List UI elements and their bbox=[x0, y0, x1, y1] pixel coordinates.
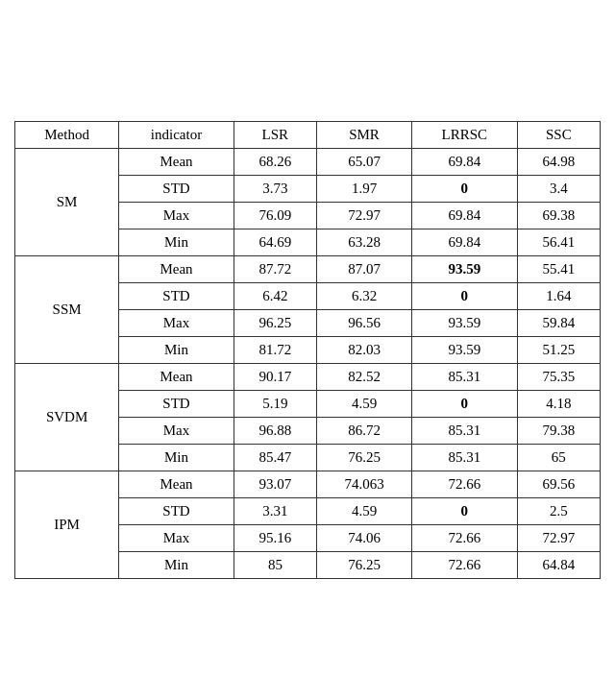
cell-lrrsc: 85.31 bbox=[412, 418, 518, 445]
cell-ssc: 64.98 bbox=[517, 149, 600, 176]
indicator-cell: Max bbox=[119, 525, 234, 552]
col-header-smr: SMR bbox=[317, 122, 412, 149]
cell-ssc: 79.38 bbox=[517, 418, 600, 445]
indicator-cell: STD bbox=[119, 176, 234, 203]
results-table: Method indicator LSR SMR LRRSC SSC SMMea… bbox=[14, 121, 601, 579]
table-row: SMMean68.2665.0769.8464.98 bbox=[15, 149, 601, 176]
cell-ssc: 75.35 bbox=[517, 364, 600, 391]
cell-lrrsc: 0 bbox=[412, 176, 518, 203]
method-cell-sm: SM bbox=[15, 149, 119, 256]
cell-smr: 86.72 bbox=[317, 418, 412, 445]
cell-lrrsc: 93.59 bbox=[412, 256, 518, 283]
cell-smr: 74.06 bbox=[317, 525, 412, 552]
col-header-ssc: SSC bbox=[517, 122, 600, 149]
indicator-cell: STD bbox=[119, 498, 234, 525]
cell-ssc: 51.25 bbox=[517, 337, 600, 364]
cell-lsr: 5.19 bbox=[234, 391, 316, 418]
indicator-cell: Min bbox=[119, 445, 234, 471]
cell-smr: 4.59 bbox=[317, 498, 412, 525]
cell-lsr: 3.73 bbox=[234, 176, 316, 203]
indicator-cell: Min bbox=[119, 229, 234, 256]
cell-smr: 6.32 bbox=[317, 283, 412, 310]
indicator-cell: Mean bbox=[119, 149, 234, 176]
col-header-indicator: indicator bbox=[119, 122, 234, 149]
cell-lsr: 90.17 bbox=[234, 364, 316, 391]
indicator-cell: Max bbox=[119, 203, 234, 229]
cell-lrrsc: 72.66 bbox=[412, 525, 518, 552]
indicator-cell: Mean bbox=[119, 256, 234, 283]
cell-lrrsc: 72.66 bbox=[412, 471, 518, 498]
cell-lrrsc: 0 bbox=[412, 391, 518, 418]
col-header-method: Method bbox=[15, 122, 119, 149]
cell-ssc: 56.41 bbox=[517, 229, 600, 256]
cell-lrrsc: 0 bbox=[412, 498, 518, 525]
cell-lsr: 3.31 bbox=[234, 498, 316, 525]
cell-smr: 76.25 bbox=[317, 445, 412, 471]
cell-ssc: 65 bbox=[517, 445, 600, 471]
cell-ssc: 2.5 bbox=[517, 498, 600, 525]
col-header-lrrsc: LRRSC bbox=[412, 122, 518, 149]
cell-ssc: 69.56 bbox=[517, 471, 600, 498]
indicator-cell: STD bbox=[119, 283, 234, 310]
cell-lsr: 64.69 bbox=[234, 229, 316, 256]
cell-ssc: 69.38 bbox=[517, 203, 600, 229]
cell-lrrsc: 69.84 bbox=[412, 203, 518, 229]
indicator-cell: Min bbox=[119, 552, 234, 579]
indicator-cell: STD bbox=[119, 391, 234, 418]
table-wrapper: Method indicator LSR SMR LRRSC SSC SMMea… bbox=[5, 111, 610, 589]
cell-lsr: 96.25 bbox=[234, 310, 316, 337]
cell-lrrsc: 93.59 bbox=[412, 310, 518, 337]
cell-lsr: 95.16 bbox=[234, 525, 316, 552]
cell-lsr: 93.07 bbox=[234, 471, 316, 498]
cell-lsr: 85 bbox=[234, 552, 316, 579]
cell-lrrsc: 0 bbox=[412, 283, 518, 310]
cell-lsr: 96.88 bbox=[234, 418, 316, 445]
table-header-row: Method indicator LSR SMR LRRSC SSC bbox=[15, 122, 601, 149]
cell-ssc: 3.4 bbox=[517, 176, 600, 203]
cell-ssc: 1.64 bbox=[517, 283, 600, 310]
cell-lrrsc: 69.84 bbox=[412, 149, 518, 176]
cell-lrrsc: 85.31 bbox=[412, 445, 518, 471]
cell-smr: 65.07 bbox=[317, 149, 412, 176]
cell-lsr: 76.09 bbox=[234, 203, 316, 229]
method-cell-svdm: SVDM bbox=[15, 364, 119, 471]
cell-lrrsc: 85.31 bbox=[412, 364, 518, 391]
cell-ssc: 72.97 bbox=[517, 525, 600, 552]
cell-smr: 4.59 bbox=[317, 391, 412, 418]
table-row: SVDMMean90.1782.5285.3175.35 bbox=[15, 364, 601, 391]
cell-lsr: 81.72 bbox=[234, 337, 316, 364]
table-row: SSMMean87.7287.0793.5955.41 bbox=[15, 256, 601, 283]
cell-ssc: 64.84 bbox=[517, 552, 600, 579]
cell-lsr: 85.47 bbox=[234, 445, 316, 471]
cell-ssc: 55.41 bbox=[517, 256, 600, 283]
cell-ssc: 59.84 bbox=[517, 310, 600, 337]
table-row: IPMMean93.0774.06372.6669.56 bbox=[15, 471, 601, 498]
cell-smr: 82.03 bbox=[317, 337, 412, 364]
method-cell-ipm: IPM bbox=[15, 471, 119, 579]
cell-lrrsc: 72.66 bbox=[412, 552, 518, 579]
cell-smr: 1.97 bbox=[317, 176, 412, 203]
indicator-cell: Mean bbox=[119, 471, 234, 498]
indicator-cell: Min bbox=[119, 337, 234, 364]
indicator-cell: Mean bbox=[119, 364, 234, 391]
cell-smr: 72.97 bbox=[317, 203, 412, 229]
cell-ssc: 4.18 bbox=[517, 391, 600, 418]
cell-lrrsc: 93.59 bbox=[412, 337, 518, 364]
cell-smr: 63.28 bbox=[317, 229, 412, 256]
cell-lrrsc: 69.84 bbox=[412, 229, 518, 256]
cell-lsr: 68.26 bbox=[234, 149, 316, 176]
cell-smr: 96.56 bbox=[317, 310, 412, 337]
cell-lsr: 6.42 bbox=[234, 283, 316, 310]
cell-smr: 76.25 bbox=[317, 552, 412, 579]
cell-smr: 87.07 bbox=[317, 256, 412, 283]
col-header-lsr: LSR bbox=[234, 122, 316, 149]
cell-smr: 82.52 bbox=[317, 364, 412, 391]
cell-smr: 74.063 bbox=[317, 471, 412, 498]
indicator-cell: Max bbox=[119, 310, 234, 337]
cell-lsr: 87.72 bbox=[234, 256, 316, 283]
indicator-cell: Max bbox=[119, 418, 234, 445]
method-cell-ssm: SSM bbox=[15, 256, 119, 364]
